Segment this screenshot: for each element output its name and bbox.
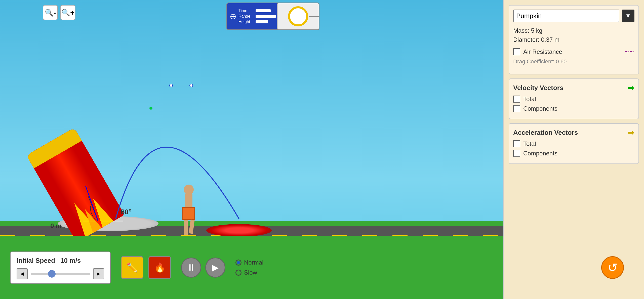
angle-arc-svg: [78, 181, 128, 231]
initial-speed-value: 10 m/s: [58, 256, 83, 265]
dropdown-arrow-icon: ▼: [625, 12, 631, 19]
slider-row: ◄ ►: [17, 268, 104, 279]
play-icon: ▶: [212, 262, 219, 273]
height-bar: [256, 20, 268, 23]
tool-buttons: ✏️ 🔥: [121, 256, 171, 279]
normal-speed-radio[interactable]: [235, 260, 242, 266]
speed-options: Normal Slow: [235, 259, 263, 276]
cannon-muzzle: [26, 128, 84, 170]
projectile-input[interactable]: [513, 10, 619, 22]
velocity-total-option: Total: [513, 96, 634, 103]
person-figure: [176, 185, 201, 235]
zoom-controls: 🔍- 🔍+: [43, 5, 75, 20]
acceleration-total-option: Total: [513, 140, 634, 147]
playback-controls: ⏸ ▶: [181, 258, 225, 278]
initial-speed-control: Initial Speed 10 m/s ◄ ►: [10, 251, 111, 284]
normal-speed-option[interactable]: Normal: [235, 259, 263, 266]
speed-increase-button[interactable]: ►: [93, 268, 104, 279]
air-resistance-icon: 〜〜: [624, 49, 634, 55]
velocity-components-checkbox[interactable]: [513, 105, 520, 112]
normal-speed-radio-fill: [237, 261, 240, 264]
bottom-controls: Initial Speed 10 m/s ◄ ► ✏️ 🔥 ⏸: [0, 236, 503, 299]
pause-icon: ⏸: [187, 262, 196, 273]
speed-label-row: Initial Speed 10 m/s: [17, 256, 104, 265]
initial-speed-label: Initial Speed: [17, 257, 55, 265]
projectile-selector: ▼: [513, 10, 634, 22]
angle-indicator: [78, 181, 128, 231]
acceleration-vectors-header: Acceleration Vectors ➡: [513, 128, 634, 137]
tape-line: [309, 16, 319, 17]
right-panel: ▼ Mass: 5 kg Diameter: 0.37 m Air Resist…: [503, 0, 644, 299]
projectile-dropdown-button[interactable]: ▼: [622, 10, 634, 22]
acceleration-arrow-icon: ➡: [628, 128, 634, 137]
speed-decrease-button[interactable]: ◄: [17, 268, 28, 279]
zoom-in-icon: 🔍+: [61, 9, 74, 17]
speed-slider[interactable]: [31, 273, 90, 275]
tape-body: [288, 6, 308, 26]
drag-coefficient: Drag Coefficient: 0.60: [513, 58, 634, 65]
acceleration-total-checkbox[interactable]: [513, 140, 520, 147]
zoom-out-button[interactable]: 🔍-: [43, 5, 58, 20]
velocity-vectors-panel: Velocity Vectors ➡ Total Components: [509, 78, 639, 119]
person-body: [176, 185, 201, 235]
velocity-vectors-header: Velocity Vectors ➡: [513, 83, 634, 93]
acceleration-components-option: Components: [513, 150, 634, 157]
person-legs: [184, 220, 194, 235]
velocity-total-label: Total: [523, 96, 536, 103]
person-shorts: [182, 207, 195, 220]
velocity-components-label: Components: [523, 105, 557, 112]
zoom-out-icon: 🔍-: [45, 9, 56, 17]
reset-icon: ↺: [608, 261, 618, 275]
velocity-vectors-title: Velocity Vectors: [513, 84, 563, 92]
simulation-canvas: 60° 0 m 8.8 m 🔍- 🔍+: [0, 0, 503, 299]
svg-point-6: [170, 84, 173, 87]
person-left-leg: [184, 220, 188, 235]
acceleration-components-label: Components: [523, 150, 557, 157]
slow-speed-option[interactable]: Slow: [235, 269, 263, 276]
fire-button[interactable]: 🔥: [148, 256, 171, 279]
tape-extend: +: [309, 13, 319, 19]
air-resistance-label: Air Resistance: [523, 48, 562, 55]
svg-point-7: [190, 84, 193, 87]
erase-button[interactable]: ✏️: [121, 256, 143, 279]
tape-measure-widget[interactable]: +: [277, 3, 319, 30]
reset-button[interactable]: ↺: [601, 256, 624, 279]
slow-speed-radio[interactable]: [235, 270, 242, 276]
acceleration-vectors-panel: Acceleration Vectors ➡ Total Components: [509, 123, 639, 164]
normal-speed-label: Normal: [244, 259, 263, 266]
acceleration-vectors-title: Acceleration Vectors: [513, 129, 578, 137]
pause-button[interactable]: ⏸: [181, 258, 201, 278]
acceleration-components-checkbox[interactable]: [513, 150, 520, 157]
play-button[interactable]: ▶: [205, 258, 225, 278]
velocity-components-option: Components: [513, 105, 634, 112]
acceleration-total-label: Total: [523, 140, 536, 147]
zoom-in-button[interactable]: 🔍+: [60, 5, 75, 20]
range-label: Range: [238, 14, 254, 19]
range-bar: [256, 15, 276, 18]
person-head: [184, 185, 194, 195]
mass-info: Mass: 5 kg: [513, 27, 634, 34]
fire-icon: 🔥: [154, 262, 166, 273]
svg-line-2: [86, 186, 98, 221]
air-resistance-checkbox[interactable]: [513, 48, 520, 55]
time-label: Time: [238, 9, 254, 13]
angle-label: 60°: [121, 208, 131, 216]
height-label: Height: [238, 20, 254, 24]
crosshair-icon: ⊕: [230, 12, 236, 21]
target-area: [206, 224, 272, 237]
diameter-info: Diameter: 0.37 m: [513, 36, 634, 43]
air-resistance-row: Air Resistance 〜〜: [513, 48, 634, 55]
velocity-total-checkbox[interactable]: [513, 96, 520, 103]
velocity-arrow-icon: ➡: [628, 83, 634, 93]
svg-point-5: [149, 107, 152, 110]
projectile-panel: ▼ Mass: 5 kg Diameter: 0.37 m Air Resist…: [509, 5, 639, 74]
slow-speed-label: Slow: [244, 269, 257, 276]
eraser-icon: ✏️: [127, 262, 138, 273]
person-right-leg: [189, 220, 194, 234]
time-bar: [256, 9, 271, 12]
zero-distance-label: 0 m: [50, 222, 62, 230]
